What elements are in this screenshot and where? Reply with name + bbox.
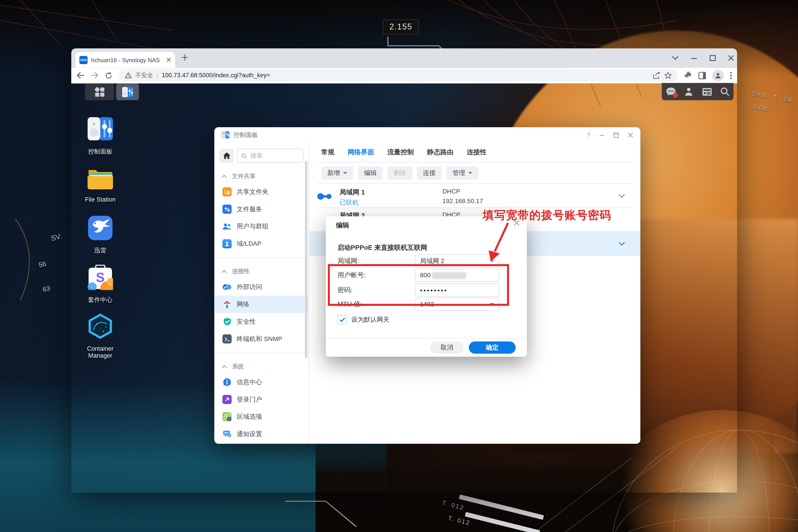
tab-network-interface[interactable]: 网络界面 [348, 148, 374, 157]
interface-toolbar: 新增 编辑 删除 连接 管理 [321, 167, 478, 180]
user-account-icon[interactable] [684, 87, 694, 96]
sidebar-divider [214, 258, 308, 258]
ok-button[interactable]: 确定 [469, 341, 516, 354]
checkmark-icon [339, 317, 345, 322]
lan-label: 局域网: [338, 256, 415, 266]
lan-select[interactable]: 局域网 2 [415, 254, 499, 268]
sidebar-item-external-access[interactable]: 外部访问 [214, 279, 308, 296]
row-expand-chevron-icon[interactable] [619, 242, 625, 246]
sidebar-item-network[interactable]: 网络 [214, 296, 308, 313]
sidebar-item-file-services[interactable]: 文件服务 [214, 201, 308, 218]
tab-connectivity[interactable]: 连接性 [467, 148, 487, 157]
desktop-icon-control-panel[interactable]: 控制面板 [75, 116, 125, 156]
cp-minimize-button[interactable] [599, 132, 605, 138]
notifications-chat-icon[interactable] [666, 87, 676, 96]
sidebar-item-hardware-power[interactable]: 硬件和电源 [214, 443, 308, 444]
tab-traffic-control[interactable]: 流量控制 [387, 148, 414, 157]
shared-folder-icon [222, 187, 232, 196]
username-input[interactable]: 800 [415, 269, 499, 282]
window-maximize-button[interactable] [710, 55, 716, 61]
widgets-icon[interactable] [702, 87, 712, 96]
address-bar[interactable]: 不安全 | 100.73.47.68:5000/index.cgi?auth_k… [118, 69, 678, 81]
sidebar-item-user-group[interactable]: 用户与群组 [214, 218, 308, 235]
pppoe-description: 启动PPPoE 来直接联机互联网 [338, 243, 427, 252]
sidebar-section-system[interactable]: 系统 [222, 361, 302, 372]
password-label: 密码: [338, 286, 415, 295]
file-station-icon [87, 165, 114, 190]
desktop-icon-container-manager[interactable]: Container Manager [75, 313, 125, 359]
back-icon[interactable] [76, 72, 84, 79]
url-text[interactable]: 100.73.47.68:5000/index.cgi?auth_key= [162, 72, 649, 79]
desktop-icon-thunder[interactable]: 迅雷 [75, 215, 125, 255]
sidebar-item-login-portal[interactable]: 登录门户 [214, 391, 308, 408]
app-launcher-button[interactable] [85, 83, 114, 100]
control-panel-icon [87, 116, 113, 142]
user-group-icon [222, 222, 232, 231]
browser-profile-avatar[interactable] [712, 69, 724, 81]
edit-button[interactable]: 编辑 [358, 167, 383, 180]
domain-ldap-icon [222, 239, 232, 248]
mtu-select[interactable]: 1492 [415, 298, 499, 311]
share-icon[interactable] [653, 72, 661, 79]
browser-menu-kebab-icon[interactable] [730, 71, 732, 79]
side-panel-icon[interactable] [698, 71, 706, 79]
hud-meter-box: 2.155 [383, 19, 419, 35]
row-expand-chevron-icon[interactable] [619, 194, 625, 198]
interface-row-lan1[interactable]: 局域网 1 已联机 DHCP 192.168.50.17 [309, 185, 640, 208]
desktop-icon-file-station[interactable]: File Station [75, 165, 125, 203]
desktop-icon-label: Container Manager [75, 345, 125, 359]
tab-close-icon[interactable] [167, 57, 171, 62]
network-icon [222, 300, 232, 309]
screen: 2.155 SYS T. 20 ODE: SV. 56 63 T. 012 T.… [0, 0, 798, 532]
sidebar-item-info-center[interactable]: 信息中心 [214, 374, 308, 391]
cp-maximize-button[interactable] [613, 132, 619, 138]
sidebar-search[interactable] [237, 149, 303, 163]
sidebar-item-shared-folder[interactable]: 共享文件夹 [214, 183, 308, 201]
tab-general[interactable]: 常规 [321, 148, 335, 157]
security-shield-icon [222, 317, 232, 326]
cp-close-button[interactable] [628, 132, 633, 138]
new-tab-button[interactable] [181, 54, 188, 61]
dropdown-caret-icon [343, 172, 347, 174]
sidebar-scrollbar[interactable] [305, 161, 307, 358]
interface-status[interactable]: 已联机 [340, 198, 365, 207]
create-button[interactable]: 新增 [321, 167, 353, 180]
window-title: 控制面板 [234, 131, 258, 139]
connect-button[interactable]: 连接 [417, 167, 442, 180]
sidebar-section-file-sharing[interactable]: 文件共享 [222, 171, 302, 181]
desktop-icon-label: 控制面板 [75, 148, 125, 156]
reload-icon[interactable] [105, 71, 112, 79]
cancel-button[interactable]: 取消 [430, 341, 464, 354]
tab-static-route[interactable]: 静态路由 [427, 148, 454, 157]
sidebar-item-notification-settings[interactable]: 通知设置 [214, 425, 308, 443]
sidebar-item-security[interactable]: 安全性 [214, 313, 308, 330]
desktop-icon-package-center[interactable]: S 套件中心 [75, 265, 125, 304]
home-button[interactable] [220, 149, 234, 163]
password-input[interactable]: ●●●●●●●● [415, 283, 499, 297]
tab-search-chevron-icon[interactable] [672, 56, 678, 60]
default-gateway-checkbox[interactable] [338, 315, 347, 324]
search-icon[interactable] [720, 87, 729, 96]
help-button[interactable]: ? [587, 131, 590, 139]
extensions-puzzle-icon[interactable] [684, 71, 692, 79]
manage-button[interactable]: 管理 [446, 167, 478, 180]
external-access-icon [222, 282, 232, 292]
forward-icon[interactable] [91, 72, 99, 79]
select-caret-icon [490, 303, 494, 305]
tab-title: hchuan16 - Synology NAS [91, 57, 163, 63]
browser-tab[interactable]: DSM hchuan16 - Synology NAS [75, 52, 175, 68]
home-icon [223, 152, 230, 159]
sidebar-item-regional-options[interactable]: 区域选项 [214, 408, 308, 425]
sidebar-item-domain-ldap[interactable]: 域/LDAP [214, 235, 308, 252]
sidebar-item-terminal-snmp[interactable]: 终端机和 SNMP [214, 330, 308, 347]
dialog-title: 编辑 [336, 221, 349, 230]
taskbar-control-panel-button[interactable] [116, 83, 139, 100]
security-label[interactable]: 不安全 [135, 71, 153, 79]
bookmark-star-icon[interactable] [664, 72, 672, 79]
search-input[interactable] [249, 152, 299, 160]
window-minimize-button[interactable] [691, 55, 697, 61]
window-close-button[interactable] [728, 55, 734, 61]
sidebar-section-connectivity[interactable]: 连接性 [222, 266, 302, 277]
container-manager-icon [87, 313, 114, 339]
interface-mode: DHCP [442, 188, 483, 195]
